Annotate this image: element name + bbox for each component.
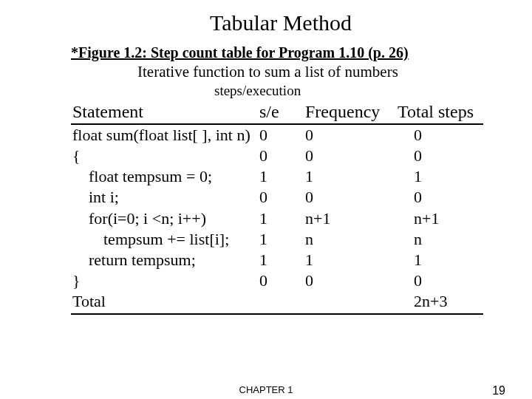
se-cell bbox=[259, 291, 305, 312]
col-header-statement: Statement bbox=[71, 102, 259, 122]
frequency-cell: 1 bbox=[305, 250, 398, 270]
se-cell: 0 bbox=[259, 270, 305, 291]
table-header-row: Statement s/e Frequency Total steps bbox=[71, 102, 483, 125]
total-cell: n+1 bbox=[398, 208, 483, 229]
frequency-cell bbox=[305, 291, 398, 312]
statement-cell: { bbox=[71, 146, 259, 166]
col-header-total: Total steps bbox=[398, 102, 483, 122]
total-cell: 1 bbox=[398, 250, 483, 270]
table-bottom-rule bbox=[71, 313, 483, 315]
statement-cell: float tempsum = 0; bbox=[71, 166, 259, 187]
col-header-se: s/e bbox=[259, 102, 305, 122]
col-header-frequency: Frequency bbox=[305, 102, 398, 122]
se-cell: 0 bbox=[259, 187, 305, 208]
se-cell: 1 bbox=[259, 208, 305, 229]
table-body: float sum(float list[ ], int n)000{000fl… bbox=[71, 125, 483, 312]
step-count-table: Statement s/e Frequency Total steps floa… bbox=[71, 102, 483, 315]
frequency-cell: 0 bbox=[305, 125, 398, 146]
figure-subtitle: Iterative function to sum a list of numb… bbox=[137, 63, 532, 81]
figure-reference: *Figure 1.2: Step count table for Progra… bbox=[71, 44, 532, 61]
se-cell: 0 bbox=[259, 125, 305, 146]
table-row: }000 bbox=[71, 270, 483, 291]
steps-execution-label: steps/execution bbox=[214, 83, 532, 99]
frequency-cell: 0 bbox=[305, 270, 398, 291]
slide-title: Tabular Method bbox=[0, 10, 532, 35]
total-cell: 1 bbox=[398, 166, 483, 187]
table-row: return tempsum;111 bbox=[71, 250, 483, 270]
table-row: for(i=0; i <n; i++)1n+1n+1 bbox=[71, 208, 483, 229]
se-cell: 0 bbox=[259, 146, 305, 166]
frequency-cell: n bbox=[305, 229, 398, 250]
total-cell: 0 bbox=[398, 270, 483, 291]
statement-cell: float sum(float list[ ], int n) bbox=[71, 125, 259, 146]
table-row: float sum(float list[ ], int n)000 bbox=[71, 125, 483, 146]
se-cell: 1 bbox=[259, 250, 305, 270]
statement-cell: } bbox=[71, 270, 259, 291]
slide: Tabular Method *Figure 1.2: Step count t… bbox=[0, 0, 532, 399]
total-cell: 0 bbox=[398, 187, 483, 208]
table-row: {000 bbox=[71, 146, 483, 166]
se-cell: 1 bbox=[259, 229, 305, 250]
chapter-label: CHAPTER 1 bbox=[239, 384, 293, 395]
statement-cell: Total bbox=[71, 291, 259, 312]
frequency-cell: n+1 bbox=[305, 208, 398, 229]
total-cell: 0 bbox=[398, 146, 483, 166]
total-cell: 0 bbox=[398, 125, 483, 146]
table-row: Total2n+3 bbox=[71, 291, 483, 312]
statement-cell: return tempsum; bbox=[71, 250, 259, 270]
statement-cell: int i; bbox=[71, 187, 259, 208]
frequency-cell: 0 bbox=[305, 187, 398, 208]
table-row: tempsum += list[i];1nn bbox=[71, 229, 483, 250]
total-cell: n bbox=[398, 229, 483, 250]
statement-cell: for(i=0; i <n; i++) bbox=[71, 208, 259, 229]
table-row: int i;000 bbox=[71, 187, 483, 208]
statement-cell: tempsum += list[i]; bbox=[71, 229, 259, 250]
page-number: 19 bbox=[492, 384, 505, 398]
table-row: float tempsum = 0;111 bbox=[71, 166, 483, 187]
frequency-cell: 0 bbox=[305, 146, 398, 166]
total-cell: 2n+3 bbox=[398, 291, 483, 312]
se-cell: 1 bbox=[259, 166, 305, 187]
frequency-cell: 1 bbox=[305, 166, 398, 187]
